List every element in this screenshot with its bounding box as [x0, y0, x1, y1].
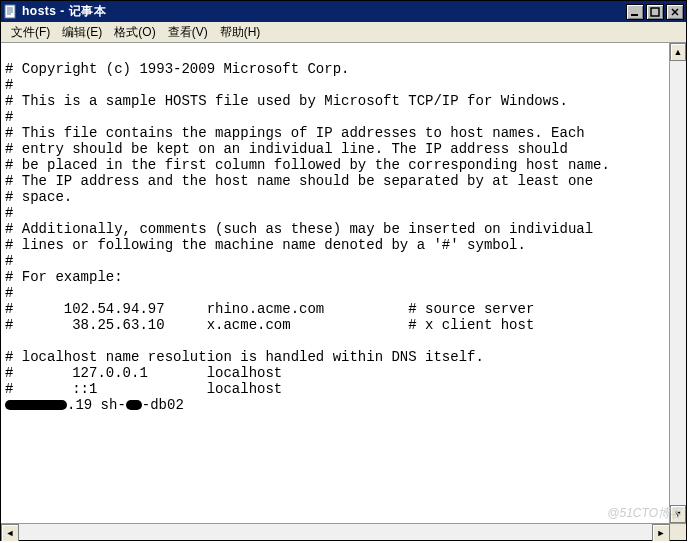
- text-line: # 102.54.94.97 rhino.acme.com # source s…: [5, 301, 534, 317]
- menu-format[interactable]: 格式(O): [108, 22, 161, 43]
- scroll-down-button[interactable]: ▼: [670, 505, 686, 523]
- text-line: #: [5, 109, 13, 125]
- text-line: #: [5, 205, 13, 221]
- text-line: # For example:: [5, 269, 123, 285]
- text-editor[interactable]: # Copyright (c) 1993-2009 Microsoft Corp…: [1, 43, 669, 523]
- maximize-button[interactable]: [646, 4, 664, 20]
- arrow-right-icon: ►: [657, 529, 666, 538]
- redacted-ip: [5, 400, 67, 410]
- text-line: # 127.0.0.1 localhost: [5, 365, 282, 381]
- text-line: # lines or following the machine name de…: [5, 237, 526, 253]
- horizontal-scrollbar[interactable]: ◄ ►: [1, 523, 686, 540]
- text-line: #: [5, 285, 13, 301]
- scroll-up-button[interactable]: ▲: [670, 43, 686, 61]
- menu-file[interactable]: 文件(F): [5, 22, 56, 43]
- arrow-down-icon: ▼: [674, 510, 683, 519]
- text-fragment: .19 sh-: [67, 397, 126, 413]
- window-control-group: [626, 4, 684, 20]
- notepad-window: hosts - 记事本 文件(F) 编辑(E) 格式(O) 查看(V) 帮助(H…: [0, 0, 687, 541]
- text-line: .19 sh--db02: [5, 397, 184, 413]
- text-line: #: [5, 77, 13, 93]
- menu-bar: 文件(F) 编辑(E) 格式(O) 查看(V) 帮助(H): [1, 22, 686, 43]
- text-line: # This file contains the mappings of IP …: [5, 125, 585, 141]
- arrow-left-icon: ◄: [6, 529, 15, 538]
- text-line: # entry should be kept on an individual …: [5, 141, 568, 157]
- title-bar[interactable]: hosts - 记事本: [1, 1, 686, 22]
- arrow-up-icon: ▲: [674, 48, 683, 57]
- vertical-scrollbar[interactable]: ▲ ▼: [669, 43, 686, 523]
- text-line: # Copyright (c) 1993-2009 Microsoft Corp…: [5, 61, 349, 77]
- text-line: # space.: [5, 189, 72, 205]
- app-icon: [3, 4, 19, 20]
- text-line: # Additionally, comments (such as these)…: [5, 221, 593, 237]
- text-fragment: -db02: [142, 397, 184, 413]
- scroll-left-button[interactable]: ◄: [1, 524, 19, 541]
- svg-rect-6: [651, 8, 659, 16]
- redacted-host: [126, 400, 142, 410]
- text-line: # 38.25.63.10 x.acme.com # x client host: [5, 317, 534, 333]
- text-line: # ::1 localhost: [5, 381, 282, 397]
- text-line: # This is a sample HOSTS file used by Mi…: [5, 93, 568, 109]
- text-line: #: [5, 253, 13, 269]
- menu-view[interactable]: 查看(V): [162, 22, 214, 43]
- menu-help[interactable]: 帮助(H): [214, 22, 267, 43]
- text-line: # localhost name resolution is handled w…: [5, 349, 484, 365]
- horizontal-scroll-track[interactable]: [19, 524, 652, 540]
- close-button[interactable]: [666, 4, 684, 20]
- vertical-scroll-track[interactable]: [670, 61, 686, 505]
- window-title: hosts - 记事本: [22, 3, 626, 20]
- text-line: # The IP address and the host name shoul…: [5, 173, 593, 189]
- text-line: # be placed in the first column followed…: [5, 157, 610, 173]
- menu-edit[interactable]: 编辑(E): [56, 22, 108, 43]
- client-area: # Copyright (c) 1993-2009 Microsoft Corp…: [1, 43, 686, 540]
- scroll-right-button[interactable]: ►: [652, 524, 670, 541]
- minimize-button[interactable]: [626, 4, 644, 20]
- scrollbar-corner: [670, 524, 686, 540]
